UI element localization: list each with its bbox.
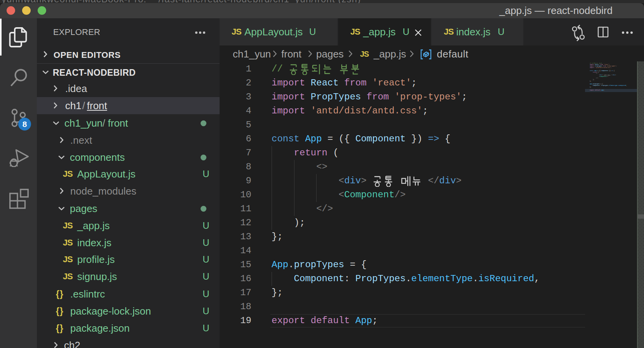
svg-text:8: 8 (23, 120, 27, 129)
